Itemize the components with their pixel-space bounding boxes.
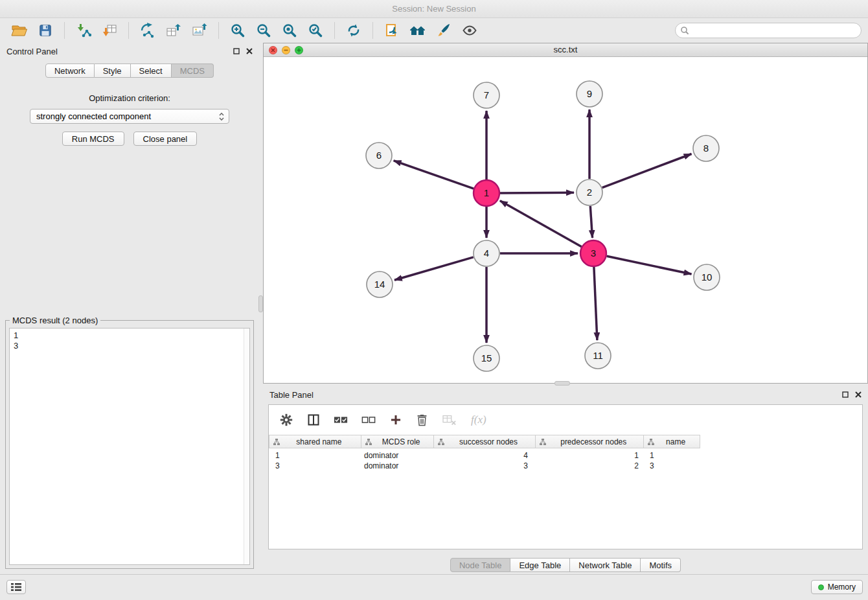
window-title: Session: New Session <box>392 4 475 14</box>
graph-edge-1-6[interactable] <box>394 161 474 189</box>
delete-table-button[interactable] <box>442 413 457 426</box>
export-network-button[interactable] <box>135 20 161 41</box>
show-columns-button[interactable] <box>307 413 320 426</box>
table-body: 1dominator4113dominator323 <box>269 450 862 471</box>
graph-edge-3-11[interactable] <box>594 267 597 340</box>
table-cell: 3 <box>269 461 361 471</box>
column-header-predecessor-nodes[interactable]: predecessor nodes <box>536 435 644 448</box>
show-hide-button[interactable] <box>457 20 483 41</box>
column-sort-icon <box>273 439 280 445</box>
import-network-button[interactable] <box>71 20 97 41</box>
close-panel-button[interactable]: Close panel <box>133 132 198 146</box>
result-scrollbar[interactable] <box>244 329 249 564</box>
table-panel-close-icon[interactable] <box>855 391 862 398</box>
search-input[interactable] <box>675 23 862 38</box>
table-row[interactable]: 1dominator411 <box>269 450 862 461</box>
page-arrow-button[interactable] <box>379 20 405 41</box>
home-button[interactable] <box>405 20 431 41</box>
mcds-result-list[interactable]: 13 <box>9 328 250 565</box>
criterion-dropdown[interactable]: strongly connected component <box>30 109 229 124</box>
tab-network[interactable]: Network <box>45 63 95 78</box>
table-row[interactable]: 3dominator323 <box>269 461 862 471</box>
zoom-fit-button[interactable] <box>277 20 303 41</box>
import-network-icon <box>76 23 91 38</box>
deselect-all-rows-button[interactable] <box>361 415 376 425</box>
status-bar: Memory <box>0 574 868 600</box>
zoom-in-button[interactable] <box>225 20 251 41</box>
export-table-button[interactable] <box>161 20 187 41</box>
add-column-button[interactable] <box>389 413 402 426</box>
plus-icon <box>389 413 402 426</box>
table-toolbar: f(x) <box>269 405 862 435</box>
run-mcds-button[interactable]: Run MCDS <box>62 132 124 146</box>
column-sort-icon <box>648 439 654 445</box>
zoom-out-icon <box>256 23 271 38</box>
table-panel-title: Table Panel <box>269 390 314 400</box>
control-panel-close-icon[interactable] <box>246 48 253 54</box>
graph-edge-3-1[interactable] <box>500 201 582 247</box>
fx-label: f(x) <box>471 413 486 426</box>
graph-edge-2-8[interactable] <box>602 154 692 188</box>
graph-node-label: 1 <box>484 187 489 198</box>
toolbar-separator <box>64 22 65 39</box>
refresh-icon <box>346 23 361 38</box>
memory-button[interactable]: Memory <box>811 580 863 594</box>
network-canvas[interactable]: 1234678910111415 <box>264 57 867 383</box>
zoom-fit-icon <box>282 23 297 38</box>
graph-node-label: 14 <box>374 279 385 290</box>
window-zoom-icon[interactable] <box>295 46 303 54</box>
graph-node-label: 3 <box>591 248 596 259</box>
graph-edge-2-3[interactable] <box>590 206 592 238</box>
graph-node-label: 8 <box>703 143 709 154</box>
column-sort-icon <box>365 439 372 445</box>
horizontal-splitter-handle[interactable] <box>554 381 570 386</box>
style-brush-button[interactable] <box>431 20 457 41</box>
export-image-button[interactable] <box>187 20 212 41</box>
toolbar-separator <box>334 22 335 39</box>
network-window-titlebar: scc.txt <box>264 43 867 57</box>
graph-node-label: 10 <box>702 271 713 283</box>
columns-icon <box>307 413 320 426</box>
tab-select[interactable]: Select <box>131 63 172 78</box>
chevron-updown-icon <box>217 111 226 124</box>
task-list-icon <box>11 583 21 592</box>
apply-layout-button[interactable] <box>341 20 367 41</box>
table-settings-button[interactable] <box>279 413 293 427</box>
import-table-button[interactable] <box>97 20 122 41</box>
column-header-name[interactable]: name <box>644 435 700 448</box>
tab-motifs[interactable]: Motifs <box>641 558 681 572</box>
floppy-icon <box>38 23 52 38</box>
column-header-MCDS-role[interactable]: MCDS role <box>361 435 434 448</box>
column-header-shared-name[interactable]: shared name <box>269 435 361 448</box>
zoom-out-button[interactable] <box>251 20 277 41</box>
graph-node-label: 9 <box>587 88 592 99</box>
function-builder-button[interactable]: f(x) <box>471 413 486 426</box>
graph-edge-4-14[interactable] <box>394 257 474 280</box>
delete-columns-button[interactable] <box>416 413 428 426</box>
select-all-rows-button[interactable] <box>334 415 348 425</box>
tab-edge-table[interactable]: Edge Table <box>510 558 570 572</box>
vertical-splitter-handle[interactable] <box>258 295 263 312</box>
window-close-icon[interactable] <box>269 46 277 54</box>
column-header-successor-nodes[interactable]: successor nodes <box>434 435 536 448</box>
open-session-button[interactable] <box>6 20 32 41</box>
tab-node-table[interactable]: Node Table <box>450 558 511 572</box>
graph-edge-1-2[interactable] <box>500 192 574 193</box>
graph-node-label: 2 <box>587 187 592 198</box>
graph-edge-3-10[interactable] <box>607 256 692 274</box>
network-window-title: scc.txt <box>554 45 578 54</box>
window-minimize-icon[interactable] <box>282 46 290 54</box>
trash-icon <box>416 413 428 426</box>
table-panel-float-icon[interactable] <box>842 391 849 398</box>
tab-mcds[interactable]: MCDS <box>172 63 214 78</box>
tab-style[interactable]: Style <box>95 63 131 78</box>
zoom-selected-button[interactable] <box>303 20 328 41</box>
tab-network-table[interactable]: Network Table <box>570 558 641 572</box>
show-panels-button[interactable] <box>6 580 26 594</box>
mcds-result-title: MCDS result (2 nodes) <box>10 316 100 325</box>
table-panel: Table Panel <box>263 386 868 574</box>
save-session-button[interactable] <box>32 20 58 41</box>
table-cell: 3 <box>433 461 536 471</box>
table-delete-icon <box>442 413 457 426</box>
control-panel-float-icon[interactable] <box>233 48 240 54</box>
